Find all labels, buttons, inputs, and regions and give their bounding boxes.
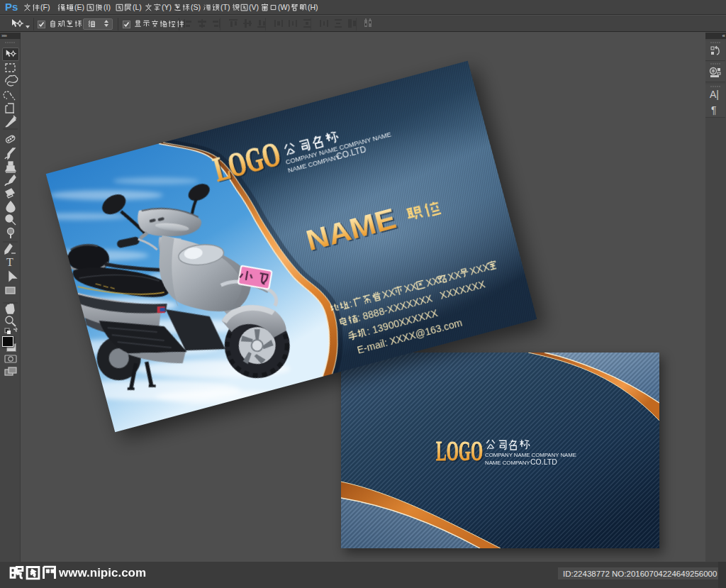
svg-text:LOGO: LOGO: [436, 435, 483, 467]
svg-text:CO.LTD: CO.LTD: [530, 457, 557, 466]
svg-text:T: T: [6, 256, 13, 268]
svg-text:NAME COMPANY: NAME COMPANY: [485, 460, 530, 466]
